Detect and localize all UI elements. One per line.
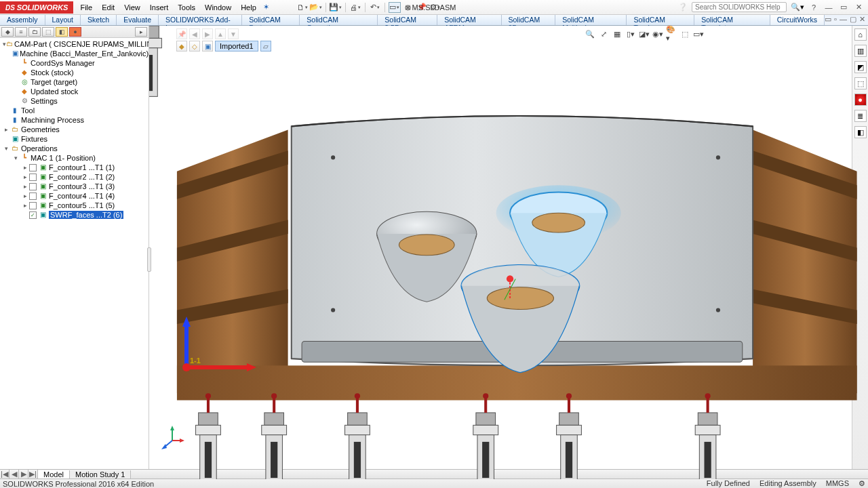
restore-button[interactable]: ▭ <box>838 3 849 12</box>
cmdtab-solidcam-afrm[interactable]: SolidCAM AFRM <box>437 15 501 25</box>
svg-point-12 <box>716 155 720 159</box>
svg-marker-35 <box>247 363 256 371</box>
close-button[interactable]: ✕ <box>853 3 864 12</box>
help-icon[interactable]: ❔ <box>678 3 688 12</box>
tab-feature-tree[interactable]: ◆ <box>1 27 14 37</box>
tree-root: CAM-Part ( CISCENJE RUPAMS_MILLING_1) <box>14 40 149 48</box>
tree-op-4[interactable]: F_contour4 ...T1 (4) <box>49 192 115 200</box>
tree-machproc: Machining Process <box>21 116 84 124</box>
menu-edit[interactable]: Edit <box>102 3 115 12</box>
cmdtab-solidcam-part[interactable]: SolidCAM Part <box>242 15 300 25</box>
main-menu: File Edit View Insert Tools Window Help <box>80 3 256 12</box>
tab-cam[interactable]: ◧ <box>56 27 68 37</box>
select-button[interactable]: ▭ <box>389 2 401 13</box>
panel-close-icon[interactable]: ✕ <box>859 15 865 25</box>
help-button[interactable]: ? <box>808 3 819 12</box>
orientation-triad[interactable] <box>160 426 184 450</box>
main-area: ◆ ≡ 🗀 ⬚ ◧ ● ▸ ▾🗀CAM-Part ( CISCENJE RUPA… <box>0 26 868 469</box>
tree-op-5[interactable]: F_contour5 ...T1 (5) <box>49 201 115 209</box>
cmdtab-solidworks-add-ins[interactable]: SOLIDWORKS Add-Ins <box>159 15 242 25</box>
status-defined: Fully Defined <box>707 479 750 488</box>
panel-minus-icon[interactable]: — <box>840 15 847 25</box>
menu-view[interactable]: View <box>124 3 140 12</box>
search-icon[interactable]: 🔍▾ <box>791 3 804 12</box>
svg-marker-33 <box>182 317 191 327</box>
tree-op-3[interactable]: F_contour3 ...T1 (3) <box>49 182 115 190</box>
cmdtab-sketch[interactable]: Sketch <box>81 15 117 25</box>
pin-icon[interactable]: ✶ <box>263 3 269 12</box>
cmdtab-solidcam-operations[interactable]: SolidCAM Operations <box>300 15 378 25</box>
tree-machine: Machine (Bacci_Master_Ent_Jankovic) <box>20 49 149 58</box>
svg-rect-29 <box>149 55 153 91</box>
undo-button[interactable]: ↶ <box>369 2 381 13</box>
tab-cam-red[interactable]: ● <box>69 27 81 37</box>
tab-config[interactable]: 🗀 <box>28 27 41 37</box>
cmdtab-solidcam-multiaxis[interactable]: SolidCAM Multiaxis <box>555 15 627 25</box>
tab-model[interactable]: Model <box>38 470 70 479</box>
feature-manager-panel: ◆ ≡ 🗀 ⬚ ◧ ● ▸ ▾🗀CAM-Part ( CISCENJE RUPA… <box>0 26 149 469</box>
menu-window[interactable]: Window <box>205 3 231 12</box>
document-name: MS.SLDASM <box>412 3 456 12</box>
menu-insert[interactable]: Insert <box>150 3 169 12</box>
tree-settings: Settings <box>31 97 58 105</box>
svg-marker-41 <box>170 426 174 430</box>
tab-scroll-prev-icon[interactable]: ◀ <box>9 470 19 479</box>
tab-scroll-next-icon[interactable]: ▶ <box>19 470 28 479</box>
svg-point-11 <box>331 308 335 312</box>
open-button[interactable]: 📂 <box>310 2 322 13</box>
tree-coordsys: CoordSys Manager <box>31 59 95 67</box>
tab-motion-study[interactable]: Motion Study 1 <box>70 470 131 479</box>
cmdtab-circuitworks[interactable]: CircuitWorks <box>770 15 825 25</box>
new-button[interactable]: 🗋 <box>296 2 309 13</box>
svg-marker-42 <box>180 439 184 443</box>
status-bar: SOLIDWORKS Professional 2016 x64 Edition… <box>0 479 868 488</box>
svg-rect-26 <box>149 26 159 38</box>
cmdtab-solidcam-2-5d[interactable]: SolidCAM 2.5D <box>378 15 437 25</box>
tree-fixtures: Fixtures <box>21 135 47 143</box>
tab-scroll-first-icon[interactable]: |◀ <box>0 470 9 479</box>
status-edition: SOLIDWORKS Professional 2016 x64 Edition <box>3 480 154 488</box>
search-input[interactable] <box>692 2 787 12</box>
graphics-viewport[interactable]: 📌 ◀ ▶ ▲ ▼ ◆ ◇ ▣ Imported1 ▱ 🔍 ⤢ ▦ ▯▾ ◪▾ … <box>149 26 868 469</box>
minimize-button[interactable]: — <box>823 3 834 12</box>
cam-tree[interactable]: ▾🗀CAM-Part ( CISCENJE RUPAMS_MILLING_1) … <box>0 38 149 469</box>
model-canvas[interactable] <box>149 26 868 479</box>
status-gear-icon[interactable]: ⚙ <box>859 479 865 488</box>
status-units[interactable]: MMGS <box>826 479 849 488</box>
svg-point-18 <box>532 213 585 232</box>
cmdtab-evaluate[interactable]: Evaluate <box>117 15 159 25</box>
status-editing: Editing Assembly <box>760 479 816 488</box>
tree-op-2[interactable]: F_contour2 ...T1 (2) <box>49 173 115 181</box>
panel-restore-icon[interactable]: ▫ <box>834 15 837 25</box>
menu-help[interactable]: Help <box>241 3 256 12</box>
panel-min-icon[interactable]: ▭ <box>825 15 831 25</box>
cmdtab-solidcam-turning[interactable]: SolidCAM Turning <box>627 15 694 25</box>
svg-point-10 <box>331 155 335 159</box>
tree-mac: MAC 1 (1- Position) <box>31 154 96 162</box>
tree-operations: Operations <box>21 144 58 152</box>
menu-file[interactable]: File <box>80 3 92 12</box>
tree-op-1[interactable]: F_contour1 ...T1 (1) <box>49 163 115 171</box>
svg-point-13 <box>716 308 720 312</box>
cmdtab-assembly[interactable]: Assembly <box>0 15 45 25</box>
print-button[interactable]: 🖨 <box>349 2 361 13</box>
tab-property[interactable]: ≡ <box>15 27 27 37</box>
svg-text:1-1: 1-1 <box>190 357 201 365</box>
cmdtab-layout[interactable]: Layout <box>45 15 81 25</box>
svg-point-15 <box>399 235 454 256</box>
cmdtab-solidcam-templates[interactable]: SolidCAM Templates <box>694 15 770 25</box>
menu-tools[interactable]: Tools <box>178 3 195 12</box>
sidebar-tab-strip: ◆ ≡ 🗀 ⬚ ◧ ● ▸ <box>0 26 149 38</box>
title-bar: DS SOLIDWORKS File Edit View Insert Tool… <box>0 0 868 15</box>
tree-op-selected: SWRF_faces ...T2 (6) <box>49 211 123 219</box>
tree-stock: Stock (stock) <box>31 68 74 77</box>
tree-tool: Tool <box>21 106 35 115</box>
command-manager-tabs: AssemblyLayoutSketchEvaluateSOLIDWORKS A… <box>0 15 868 26</box>
save-button[interactable]: 💾 <box>330 2 342 13</box>
cmdtab-solidcam-3d[interactable]: SolidCAM 3D <box>502 15 556 25</box>
panel-max-icon[interactable]: ▢ <box>850 15 856 25</box>
tab-display[interactable]: ⬚ <box>42 27 54 37</box>
sidebar-dropdown-icon[interactable]: ▸ <box>135 27 147 37</box>
app-logo: DS SOLIDWORKS <box>0 1 73 14</box>
tab-scroll-last-icon[interactable]: ▶| <box>28 470 38 479</box>
